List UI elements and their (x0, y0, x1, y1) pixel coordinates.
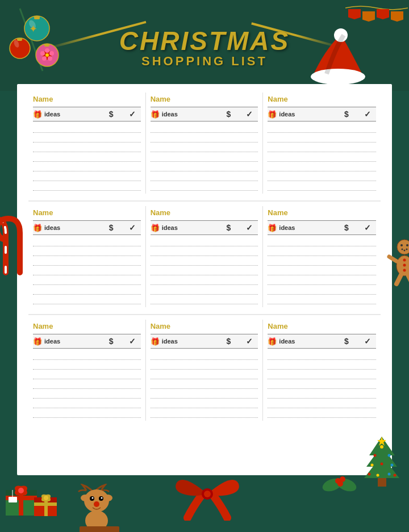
svg-point-27 (311, 69, 365, 85)
svg-rect-26 (80, 526, 119, 532)
check-header-3-1: ✓ (124, 337, 141, 346)
lines-3-2 (151, 351, 258, 418)
line (268, 399, 376, 408)
line (33, 153, 141, 162)
svg-point-52 (391, 464, 394, 467)
svg-point-13 (48, 56, 52, 61)
line (151, 257, 258, 266)
person-col-3-3: Name 🎁 ideas $ ✓ (263, 320, 381, 421)
svg-point-54 (377, 474, 379, 477)
person-name-2-1: Name (33, 208, 141, 217)
section-row-2: Name 🎁 ideas $ ✓ (28, 206, 381, 307)
dollar-header-3-3: $ (335, 337, 358, 346)
line (33, 351, 141, 360)
line (268, 182, 376, 191)
red-bow-decoration (170, 467, 239, 518)
svg-point-24 (94, 501, 99, 507)
svg-rect-77 (9, 497, 17, 502)
line (33, 143, 141, 152)
line (151, 276, 258, 285)
line (268, 295, 376, 304)
svg-point-38 (403, 269, 406, 272)
col-headers-3-1: 🎁 ideas $ ✓ (33, 334, 141, 349)
line (151, 162, 258, 171)
line (151, 172, 258, 181)
line (33, 370, 141, 379)
line (151, 153, 258, 162)
ideas-header-2-1: 🎁 ideas (33, 223, 99, 232)
col-headers-2-2: 🎁 ideas $ ✓ (151, 220, 258, 235)
svg-point-50 (371, 464, 374, 467)
line (268, 286, 376, 295)
svg-point-76 (44, 496, 48, 500)
line (268, 143, 376, 152)
title-shopping: SHOPPING LIST (119, 54, 290, 69)
col-headers-3-3: 🎁 ideas $ ✓ (268, 334, 376, 349)
lines-2-2 (151, 237, 258, 304)
dollar-header-3-1: $ (100, 337, 123, 346)
line (33, 389, 141, 399)
svg-point-22 (92, 497, 94, 499)
svg-point-34 (406, 249, 408, 250)
ideas-header-2-2: 🎁 ideas (151, 223, 216, 232)
person-col-3-2: Name 🎁 ideas $ ✓ (146, 320, 264, 421)
line (151, 399, 258, 408)
line (151, 266, 258, 275)
section-group-3: Name 🎁 ideas $ ✓ (28, 320, 381, 421)
ideas-header-2-3: 🎁 ideas (268, 223, 334, 232)
content-area: Name 🎁 ideas $ ✓ (17, 84, 392, 475)
svg-rect-73 (34, 502, 57, 506)
svg-point-16 (45, 53, 49, 57)
person-col-2-2: Name 🎁 ideas $ ✓ (146, 206, 264, 307)
line (151, 247, 258, 256)
flag-m: M (362, 11, 375, 22)
section-row-3: Name 🎁 ideas $ ✓ (28, 320, 381, 421)
gift-icon-2-3: 🎁 (268, 224, 277, 232)
line (151, 361, 258, 370)
line (268, 153, 376, 162)
person-name-1-1: Name (33, 95, 141, 103)
person-name-2-3: Name (268, 208, 376, 217)
svg-text:✦: ✦ (29, 23, 37, 35)
person-name-3-2: Name (151, 322, 258, 330)
svg-point-69 (18, 488, 24, 493)
dollar-header-1-3: $ (335, 110, 358, 119)
svg-line-41 (397, 275, 401, 284)
svg-point-80 (204, 491, 211, 497)
ideas-header-1-1: 🎁 ideas (33, 110, 99, 119)
svg-point-17 (84, 489, 109, 512)
xmas-banner: X M A S (348, 5, 403, 22)
svg-point-53 (368, 473, 371, 476)
svg-rect-2 (34, 16, 40, 19)
line (33, 266, 141, 275)
line (33, 286, 141, 295)
line (151, 286, 258, 295)
line (33, 182, 141, 191)
title-christmas: CHRISTMAS (119, 28, 290, 54)
gift-icon-2-1: 🎁 (33, 224, 42, 232)
svg-point-12 (49, 51, 54, 56)
gingerbread-decoration (386, 238, 409, 284)
line (151, 182, 258, 191)
gift-icon-1-2: 🎁 (151, 110, 160, 119)
line (151, 237, 258, 246)
svg-rect-46 (378, 478, 386, 487)
santa-hat-decoration (301, 28, 375, 91)
svg-point-30 (400, 244, 403, 246)
svg-point-19 (103, 495, 112, 501)
line (151, 295, 258, 304)
dollar-header-1-1: $ (100, 110, 123, 119)
person-col-1-3: Name 🎁 ideas $ ✓ (263, 93, 381, 194)
dollar-header-2-2: $ (217, 223, 240, 232)
svg-point-29 (397, 240, 409, 254)
person-col-2-1: Name 🎁 ideas $ ✓ (28, 206, 146, 307)
divider-2 (28, 314, 381, 315)
svg-point-49 (388, 454, 391, 457)
svg-point-55 (388, 473, 391, 476)
gift-icon-1-1: 🎁 (33, 110, 42, 119)
svg-point-51 (381, 463, 383, 466)
line (268, 380, 376, 389)
line (33, 162, 141, 171)
check-header-3-2: ✓ (241, 337, 258, 346)
lines-2-3 (268, 237, 376, 304)
